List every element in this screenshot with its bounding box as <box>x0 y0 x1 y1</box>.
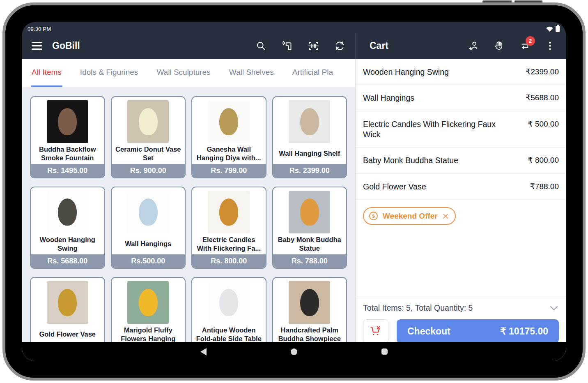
product-grid-area: Buddha Backflow Smoke Fountain Rs. 1495.… <box>22 87 355 361</box>
battery-icon <box>556 26 560 32</box>
product-price: Rs. 800.00 <box>192 254 266 268</box>
product-price: Rs. 5688.00 <box>31 254 104 268</box>
held-orders-badge: 2 <box>526 36 535 46</box>
product-image <box>115 281 182 324</box>
coin-icon: $ <box>369 211 378 221</box>
cart-item-price: ₹788.00 <box>530 182 559 191</box>
app-bar-left: GoBill <box>22 32 355 59</box>
cart-summary-text: Total Items: 5, Total Quantity: 5 <box>363 303 473 313</box>
category-tab-label: Wall Shelves <box>229 68 274 77</box>
barcode-scanner-icon[interactable] <box>281 40 293 52</box>
cart-item-name: Wooden Hanging Swing <box>363 67 449 77</box>
product-image <box>115 191 182 233</box>
add-customer-icon[interactable] <box>468 40 479 52</box>
product-card[interactable]: Baby Monk Buddha Statue Rs. 788.00 <box>272 187 347 269</box>
product-image <box>34 100 101 143</box>
home-icon[interactable] <box>291 348 297 355</box>
page: 09:30 PM GoBill <box>0 0 588 383</box>
svg-text:$: $ <box>372 214 374 219</box>
category-tab[interactable]: Wall Shelves <box>228 59 275 87</box>
product-price: Rs. 2399.00 <box>273 164 347 178</box>
product-image <box>34 191 101 233</box>
product-card[interactable]: Electric Candles With Flickering Fa... R… <box>191 187 266 269</box>
category-tab-label: All Items <box>32 68 62 77</box>
checkout-button[interactable]: Checkout ₹ 10175.00 <box>397 319 559 343</box>
android-nav-bar <box>22 342 566 361</box>
product-image <box>195 281 262 324</box>
cart-items: Wooden Hanging Swing ₹2399.00 Wall Hangi… <box>356 59 566 200</box>
cart-title: Cart <box>370 40 388 51</box>
cart-item[interactable]: Wall Hangings ₹5688.00 <box>356 85 566 111</box>
category-tab-label: Artificial Pla <box>292 68 333 77</box>
back-icon[interactable] <box>200 348 207 355</box>
product-image <box>276 281 343 324</box>
product-price: Rs. 900.00 <box>112 164 185 178</box>
product-card[interactable]: Wooden Hanging Swing Rs. 5688.00 <box>30 187 105 269</box>
menu-icon[interactable] <box>32 42 42 50</box>
product-image <box>195 191 262 233</box>
offer-chip[interactable]: $ Weekend Offer <box>363 207 456 225</box>
category-tab[interactable]: Idols & Figurines <box>79 59 139 87</box>
cart-item-name: Baby Monk Buddha Statue <box>363 155 458 166</box>
cart-item-price: ₹ 800.00 <box>528 155 559 165</box>
product-name: Baby Monk Buddha Statue <box>273 234 347 254</box>
cart-actions: Checkout ₹ 10175.00 <box>356 318 566 343</box>
product-card[interactable]: Wall Hangings Rs.500.00 <box>111 187 186 269</box>
main: All Items Idols & Figurines Wall Sculptu… <box>22 59 566 361</box>
product-name: Ganesha Wall Hanging Diya with... <box>192 144 266 164</box>
screen: 09:30 PM GoBill <box>22 22 566 361</box>
product-name: Wooden Hanging Swing <box>31 234 104 254</box>
catalog-panel: All Items Idols & Figurines Wall Sculptu… <box>22 59 355 361</box>
cart-item-name: Wall Hangings <box>363 93 414 103</box>
product-price: Rs.500.00 <box>112 254 185 268</box>
close-icon[interactable] <box>442 213 449 219</box>
cart-item-name: Electric Candles With Flickering Faux Wi… <box>363 119 498 140</box>
cart-item[interactable]: Gold Flower Vase ₹788.00 <box>356 174 566 200</box>
product-card[interactable]: Wall Hanging Shelf Rs. 2399.00 <box>272 96 347 178</box>
product-price: Rs. 788.00 <box>273 254 347 268</box>
product-image <box>115 100 182 143</box>
search-icon[interactable] <box>255 40 266 52</box>
offer-label: Weekend Offer <box>383 212 438 221</box>
cart-item-price: ₹5688.00 <box>526 93 559 102</box>
app-bar: GoBill <box>22 32 566 59</box>
status-bar: 09:30 PM <box>22 22 566 32</box>
product-image <box>195 100 262 143</box>
more-menu-icon[interactable] <box>544 40 556 52</box>
product-name: Buddha Backflow Smoke Fountain <box>31 144 104 164</box>
product-name: Wall Hanging Shelf <box>273 144 347 164</box>
wifi-icon <box>546 26 554 32</box>
cart-item-price: ₹ 500.00 <box>528 119 559 129</box>
cart-item[interactable]: Baby Monk Buddha Statue ₹ 800.00 <box>356 148 566 173</box>
cart-item[interactable]: Wooden Hanging Swing ₹2399.00 <box>356 59 566 85</box>
product-card[interactable]: Ganesha Wall Hanging Diya with... Rs. 79… <box>191 96 266 178</box>
cart-item[interactable]: Electric Candles With Flickering Faux Wi… <box>356 111 566 148</box>
cart-item-price: ₹2399.00 <box>526 67 559 76</box>
cart-header: Cart <box>355 32 566 59</box>
category-tab[interactable]: All Items <box>31 59 62 87</box>
chevron-down-icon <box>550 306 558 311</box>
category-tab[interactable]: Wall Sculptures <box>156 59 211 87</box>
product-name: Ceramic Donut Vase Set <box>112 144 185 164</box>
clear-cart-icon <box>370 325 382 337</box>
clear-cart-button[interactable] <box>363 319 388 343</box>
product-name: Electric Candles With Flickering Fa... <box>192 234 266 254</box>
cart-summary-row[interactable]: Total Items: 5, Total Quantity: 5 <box>356 296 566 318</box>
product-card[interactable]: Ceramic Donut Vase Set Rs. 900.00 <box>111 96 186 178</box>
category-tab-label: Idols & Figurines <box>80 68 138 77</box>
hold-order-icon[interactable] <box>493 40 505 52</box>
cart-panel: Wooden Hanging Swing ₹2399.00 Wall Hangi… <box>355 59 566 361</box>
tablet-frame: 09:30 PM GoBill <box>2 2 586 381</box>
product-card[interactable]: Buddha Backflow Smoke Fountain Rs. 1495.… <box>30 96 105 178</box>
product-name: Wall Hangings <box>112 234 185 254</box>
product-price: Rs. 799.00 <box>192 164 266 178</box>
sync-icon[interactable] <box>334 40 345 52</box>
checkout-label: Checkout <box>407 326 450 337</box>
held-orders-icon[interactable]: 2 <box>519 40 530 52</box>
barcode-frame-icon[interactable] <box>308 40 319 52</box>
product-image <box>34 281 101 324</box>
app-title: GoBill <box>52 40 80 51</box>
recents-icon[interactable] <box>381 348 388 355</box>
category-tab[interactable]: Artificial Pla <box>292 59 334 87</box>
product-image <box>276 100 343 143</box>
